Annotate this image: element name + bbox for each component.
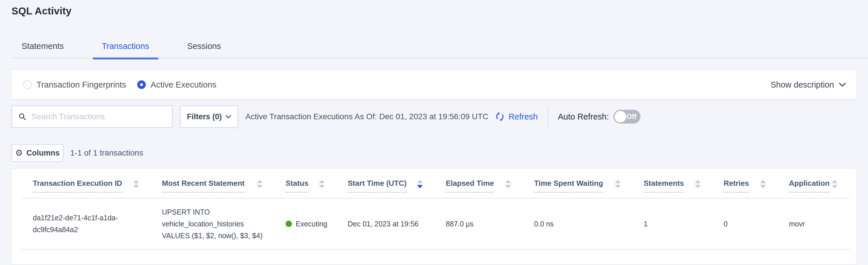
tab-bar: Statements Transactions Sessions (11, 38, 240, 58)
sort-icon (257, 180, 262, 188)
refresh-label: Refresh (508, 112, 538, 122)
toggle-state-label: Off (626, 113, 637, 121)
search-input[interactable] (31, 112, 166, 121)
toolbar-divider (548, 107, 548, 127)
transactions-table: Transaction Execution ID Most Recent Sta… (11, 169, 857, 264)
radio-label: Transaction Fingerprints (36, 80, 126, 89)
cell-statements: 1 (633, 211, 713, 237)
column-header-statements[interactable]: Statements (633, 179, 713, 193)
column-header-status[interactable]: Status (275, 179, 337, 193)
radio-selected-icon[interactable] (137, 80, 146, 89)
column-header-transaction-execution-id[interactable]: Transaction Execution ID (22, 179, 151, 193)
sort-icon (695, 180, 701, 188)
show-description-button[interactable]: Show description (771, 80, 846, 89)
status-label: Executing (296, 218, 327, 230)
search-icon (19, 112, 26, 121)
column-header-most-recent-statement[interactable]: Most Recent Statement (151, 179, 275, 193)
status-executing-dot-icon (286, 221, 292, 227)
cell-time-spent-waiting: 0.0 ns (523, 211, 633, 237)
radio-unselected-icon[interactable] (23, 80, 32, 89)
filters-button[interactable]: Filters (0) (180, 105, 238, 128)
table-row[interactable]: da1f21e2-de71-4c1f-a1da-dc9fc94a84a2 UPS… (22, 198, 849, 250)
cell-application: movr (778, 211, 849, 237)
sort-icon (832, 180, 838, 188)
columns-button-label: Columns (27, 149, 60, 158)
table-controls: ⚙ Columns 1-1 of 1 transactions (11, 144, 143, 162)
sort-icon (133, 180, 139, 188)
search-box[interactable] (11, 105, 173, 128)
filters-label: Filters (0) (187, 112, 222, 121)
sort-icon (505, 180, 511, 188)
toolbar: Filters (0) Active Transaction Execution… (11, 105, 857, 128)
sort-icon (760, 180, 766, 188)
radio-label: Active Executions (151, 80, 217, 89)
sort-icon (615, 180, 621, 188)
sort-desc-icon (417, 180, 423, 188)
chevron-down-icon (225, 115, 231, 119)
radio-active-executions[interactable]: Active Executions (137, 80, 217, 89)
show-description-label: Show description (771, 80, 834, 89)
tab-bar-divider (11, 58, 868, 58)
cell-most-recent-statement: UPSERT INTO vehicle_location_histories V… (151, 199, 275, 249)
gear-icon: ⚙ (15, 149, 23, 157)
page-title: SQL Activity (11, 5, 72, 17)
auto-refresh-label: Auto Refresh: (558, 112, 609, 122)
cell-status: Executing (275, 211, 337, 237)
refresh-button[interactable]: Refresh (495, 111, 538, 122)
cell-start-time: Dec 01, 2023 at 19:56 (337, 211, 435, 237)
column-header-application[interactable]: Application (778, 179, 849, 193)
column-header-elapsed-time[interactable]: Elapsed Time (435, 179, 523, 193)
column-header-time-spent-waiting[interactable]: Time Spent Waiting (523, 179, 633, 193)
radio-transaction-fingerprints[interactable]: Transaction Fingerprints (23, 80, 126, 89)
cell-elapsed-time: 887.0 µs (435, 211, 523, 237)
column-header-start-time[interactable]: Start Time (UTC) (337, 179, 435, 193)
toggle-knob (615, 111, 626, 123)
tab-statements[interactable]: Statements (11, 38, 83, 58)
chevron-down-icon (839, 82, 846, 87)
as-of-timestamp-text: Active Transaction Executions As Of: Dec… (245, 112, 488, 121)
sort-icon (319, 180, 325, 188)
column-header-retries[interactable]: Retries (713, 179, 778, 193)
cell-retries: 0 (713, 211, 778, 237)
tab-transactions[interactable]: Transactions (83, 38, 168, 58)
view-mode-card: Transaction Fingerprints Active Executio… (11, 70, 857, 99)
refresh-icon (495, 111, 505, 122)
cell-transaction-execution-id: da1f21e2-de71-4c1f-a1da-dc9fc94a84a2 (22, 205, 151, 243)
tab-sessions[interactable]: Sessions (168, 38, 240, 58)
table-header-row: Transaction Execution ID Most Recent Sta… (22, 169, 849, 198)
auto-refresh-toggle[interactable]: Off (614, 110, 641, 124)
result-count: 1-1 of 1 transactions (70, 148, 143, 158)
columns-button[interactable]: ⚙ Columns (11, 144, 63, 162)
